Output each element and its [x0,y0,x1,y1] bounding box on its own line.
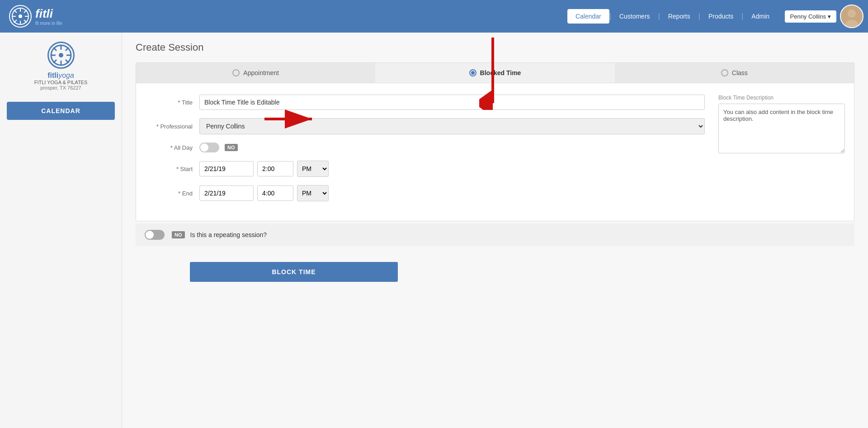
professional-row: * Professional Penny Collins [145,118,705,134]
user-name: Penny Collins [790,13,826,20]
tab-blocked-time-label: Blocked Time [480,69,521,76]
allday-label: * All Day [145,144,199,151]
nav-customers[interactable]: Customers [611,9,658,24]
sidebar-logo: fitliyoga FITLI YOGA & PILATES prosper, … [34,42,88,90]
form-left: * Title * Professional Penny Collins * A… [145,95,705,209]
session-type-tabs: Appointment Blocked Time Class [136,62,854,83]
form-container: Appointment Blocked Time Class * Title [136,62,854,289]
end-label: * End [145,190,199,197]
nav-products[interactable]: Products [700,9,741,24]
brand-tagline: fit more in life [35,21,62,26]
end-datetime: AM PM [199,185,705,201]
top-navigation: fitli fit more in life Calendar | Custom… [0,0,868,33]
sidebar: fitliyoga FITLI YOGA & PILATES prosper, … [0,33,122,428]
user-menu-button[interactable]: Penny Collins ▾ [785,10,837,23]
app-logo: fitli fit more in life [9,5,62,28]
professional-select[interactable]: Penny Collins [199,118,705,134]
svg-point-11 [848,10,856,18]
radio-blocked-time[interactable] [469,69,476,76]
repeating-label: Is this a repeating session? [190,231,267,238]
calendar-button[interactable]: CALENDAR [7,102,115,120]
repeating-toggle-knob [146,231,154,239]
sidebar-logo-icon [47,42,75,69]
start-time-input[interactable] [257,161,293,176]
nav-calendar[interactable]: Calendar [567,9,609,24]
tab-class-label: Class [732,69,748,76]
business-name: FITLI YOGA & PILATES [34,80,88,85]
sidebar-brand-fitli: fitli [47,71,58,79]
end-row: * End AM PM [145,185,705,201]
radio-appointment[interactable] [232,69,240,76]
allday-toggle[interactable] [199,143,219,152]
description-textarea[interactable]: You can also add content in the block ti… [718,104,845,153]
block-time-button[interactable]: BLOCK TIME [190,262,398,282]
sidebar-brand-yoga: yoga [58,71,74,79]
nav-links: Calendar | Customers | Reports | Product… [567,9,778,24]
repeating-session-row: NO Is this a repeating session? [136,224,854,246]
allday-toggle-container: NO [199,143,238,152]
title-label: * Title [145,99,199,106]
logo-icon [9,5,32,28]
end-ampm-select[interactable]: AM PM [297,185,329,201]
page-title: Create Session [136,42,854,53]
title-row: * Title [145,95,705,110]
title-input[interactable] [199,95,705,110]
tab-class[interactable]: Class [615,63,854,83]
start-ampm-select[interactable]: AM PM [297,161,329,177]
toggle-knob [200,143,208,152]
user-area: Penny Collins ▾ [785,5,864,28]
professional-label: * Professional [145,123,199,130]
end-time-input[interactable] [257,185,293,201]
avatar [840,5,863,28]
allday-row: * All Day NO [145,143,705,152]
repeating-no-badge: NO [172,231,185,238]
nav-reports[interactable]: Reports [660,9,698,24]
end-date-input[interactable] [199,185,254,201]
radio-class[interactable] [721,69,728,76]
form-right: Block Time Description You can also add … [718,95,845,209]
description-label: Block Time Description [718,95,845,101]
tab-appointment[interactable]: Appointment [136,63,375,83]
business-address: prosper, TX 76227 [40,85,81,90]
start-label: * Start [145,166,199,172]
page-layout: fitliyoga FITLI YOGA & PILATES prosper, … [0,33,868,428]
brand-name: fitli [35,7,53,20]
main-content: Create Session [122,33,868,428]
allday-toggle-label: NO [225,144,238,151]
repeating-toggle[interactable] [145,230,165,240]
start-datetime: AM PM [199,161,705,177]
tab-blocked-time[interactable]: Blocked Time [375,63,614,83]
dropdown-arrow-icon: ▾ [828,13,831,20]
svg-point-1 [19,14,22,18]
start-row: * Start AM PM [145,161,705,177]
start-date-input[interactable] [199,161,254,176]
svg-point-14 [59,53,63,57]
form-area: * Title * Professional Penny Collins * A… [136,83,854,221]
nav-admin[interactable]: Admin [743,9,778,24]
tab-appointment-label: Appointment [243,69,279,76]
